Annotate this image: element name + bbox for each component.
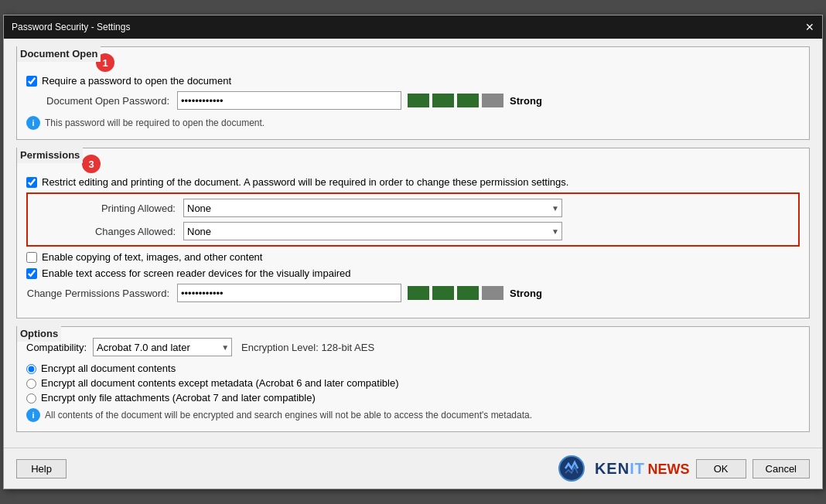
watermark-logo-icon (555, 455, 589, 482)
compatibility-label: Compatibility: (26, 342, 87, 353)
open-password-label: Document Open Password: (26, 95, 177, 107)
password-security-dialog: Password Security - Settings ✕ Document … (3, 15, 823, 489)
ok-button[interactable]: OK (696, 459, 746, 478)
document-open-label: Document Open (17, 46, 101, 62)
watermark-it: IT (630, 460, 645, 477)
changes-allowed-dropdown-wrapper: None Inserting, deleting, and rotating p… (183, 222, 562, 240)
info-icon-options: i (26, 408, 40, 422)
cancel-button[interactable]: Cancel (753, 459, 810, 478)
options-label: Options (17, 326, 61, 342)
radio-encrypt-attachments-label: Encrypt only file attachments (Acrobat 7… (41, 392, 316, 404)
printing-allowed-row: Printing Allowed: None Low Resolution (1… (32, 199, 794, 217)
permissions-section: Permissions 3 Restrict editing and print… (16, 148, 810, 318)
annotation-3: 3 (82, 155, 101, 173)
encryption-level: Encryption Level: 128-bit AES (241, 342, 374, 353)
radio-encrypt-all-label: Encrypt all document contents (41, 363, 176, 374)
radio-encrypt-all-row: Encrypt all document contents (26, 363, 800, 374)
restrict-editing-checkbox[interactable] (26, 177, 37, 188)
perm-strength-label: Strong (510, 288, 542, 299)
enable-text-access-label: Enable text access for screen reader dev… (42, 267, 351, 279)
footer-right: KENIT NEWS OK Cancel (555, 455, 810, 482)
restrict-editing-row: Restrict editing and printing of the doc… (26, 176, 800, 188)
perm-password-input[interactable] (177, 284, 401, 302)
close-button[interactable]: ✕ (805, 22, 814, 32)
help-button[interactable]: Help (16, 459, 67, 478)
document-open-inner: Require a password to open the document … (26, 75, 800, 130)
require-password-label: Require a password to open the document (42, 75, 231, 87)
info-icon-open: i (26, 116, 40, 130)
changes-allowed-select[interactable]: None Inserting, deleting, and rotating p… (183, 222, 562, 240)
open-strength-label: Strong (510, 95, 542, 107)
require-password-row: Require a password to open the document (26, 75, 800, 87)
open-info-text: This password will be required to open t… (45, 117, 265, 128)
changes-allowed-row: Changes Allowed: None Inserting, deletin… (32, 222, 794, 240)
radio-encrypt-attachments-row: Encrypt only file attachments (Acrobat 7… (26, 392, 800, 404)
perm-strength-bar: Strong (408, 286, 542, 300)
open-password-input[interactable] (177, 91, 401, 110)
perm-strength-block-3 (457, 286, 479, 300)
dialog-title: Password Security - Settings (12, 22, 130, 32)
enable-text-access-row: Enable text access for screen reader dev… (26, 267, 800, 279)
encryption-level-label: Encryption Level: (241, 342, 319, 353)
printing-allowed-label: Printing Allowed: (32, 203, 183, 214)
open-strength-bar: Strong (408, 94, 542, 107)
changes-allowed-label: Changes Allowed: (32, 226, 183, 237)
open-password-field-row: Document Open Password: Strong (26, 91, 800, 110)
open-info-row: i This password will be required to open… (26, 116, 800, 130)
printing-allowed-dropdown-wrapper: None Low Resolution (150 dpi) High Resol… (183, 199, 562, 217)
options-inner: Compatibility: Acrobat 3 and later Acrob… (26, 338, 800, 422)
strength-block-4 (482, 94, 503, 107)
perm-strength-block-4 (482, 286, 503, 300)
options-info-row: i All contents of the document will be e… (26, 408, 800, 422)
options-section: Options Compatibility: Acrobat 3 and lat… (16, 326, 810, 432)
watermark: KENIT NEWS (555, 455, 690, 482)
enable-copying-checkbox[interactable] (26, 252, 37, 263)
watermark-brand: KENIT NEWS (595, 460, 690, 478)
permissions-inner: Restrict editing and printing of the doc… (26, 176, 800, 302)
document-open-header: Document Open 1 (26, 53, 800, 72)
permissions-label: Permissions (17, 148, 83, 163)
dialog-body: Document Open 1 Require a password to op… (4, 39, 822, 448)
compatibility-select[interactable]: Acrobat 3 and later Acrobat 5 and later … (93, 338, 232, 356)
compatibility-dropdown-wrapper: Acrobat 3 and later Acrobat 5 and later … (93, 338, 232, 356)
enable-text-access-checkbox[interactable] (26, 268, 37, 279)
restrict-editing-label: Restrict editing and printing of the doc… (42, 176, 568, 188)
radio-encrypt-all[interactable] (26, 364, 36, 374)
compatibility-row: Compatibility: Acrobat 3 and later Acrob… (26, 338, 800, 356)
radio-encrypt-except-meta[interactable] (26, 379, 36, 389)
strength-block-3 (457, 94, 479, 107)
perm-strength-block-2 (432, 286, 454, 300)
document-open-section: Document Open 1 Require a password to op… (16, 46, 810, 140)
strength-block-1 (408, 94, 429, 107)
watermark-news: NEWS (648, 461, 690, 477)
perm-password-field-row: Change Permissions Password: Strong (26, 284, 800, 302)
encryption-level-value: 128-bit AES (321, 342, 374, 353)
strength-block-2 (432, 94, 454, 107)
watermark-ken: KEN (595, 460, 630, 477)
dropdowns-box: Printing Allowed: None Low Resolution (1… (26, 192, 800, 247)
perm-strength-block-1 (408, 286, 429, 300)
require-password-checkbox[interactable] (26, 76, 37, 87)
permissions-header: Permissions 3 (26, 155, 800, 173)
perm-password-label: Change Permissions Password: (26, 288, 177, 299)
options-info-text: All contents of the document will be enc… (45, 410, 532, 421)
printing-allowed-select[interactable]: None Low Resolution (150 dpi) High Resol… (183, 199, 562, 217)
radio-encrypt-attachments[interactable] (26, 393, 36, 404)
radio-encrypt-except-meta-label: Encrypt all document contents except met… (41, 377, 398, 389)
enable-copying-row: Enable copying of text, images, and othe… (26, 251, 800, 263)
dialog-footer: Help KENIT NEWS OK Cancel (4, 448, 822, 489)
title-bar: Password Security - Settings ✕ (4, 15, 822, 39)
enable-copying-label: Enable copying of text, images, and othe… (42, 251, 262, 263)
radio-encrypt-except-meta-row: Encrypt all document contents except met… (26, 377, 800, 389)
